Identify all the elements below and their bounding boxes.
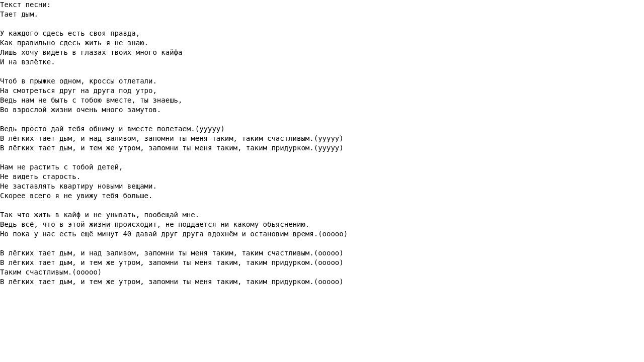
lyrics-text: Текст песни: Тает дым. У каждого сдесь е… bbox=[0, 0, 644, 287]
